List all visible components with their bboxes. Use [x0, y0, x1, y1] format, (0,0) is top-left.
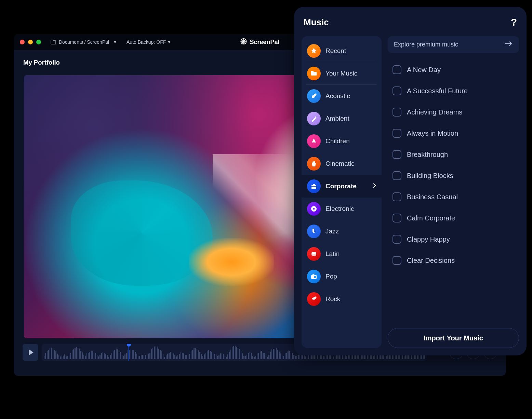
briefcase-icon	[307, 179, 321, 193]
track-checkbox[interactable]	[393, 150, 401, 159]
category-label: Your Music	[325, 70, 357, 77]
category-ambient[interactable]: Ambient	[302, 107, 382, 130]
track-item[interactable]: Clappy Happy	[388, 229, 517, 250]
category-label: Recent	[325, 47, 346, 55]
track-label: Achieving Dreams	[407, 108, 462, 116]
playhead[interactable]	[129, 344, 129, 361]
brand-text: ScreenPal	[250, 39, 279, 46]
window-controls	[20, 40, 41, 44]
import-music-label: Import Your Music	[424, 334, 483, 342]
track-item[interactable]: Calm Corporate	[388, 207, 517, 229]
chevron-down-icon: ▼	[113, 40, 117, 44]
track-label: Building Blocks	[407, 172, 453, 180]
track-label: Always in Motion	[407, 130, 458, 137]
brand-logo: ScreenPal	[240, 38, 279, 46]
track-checkbox[interactable]	[393, 129, 401, 138]
auto-backup-label: Auto Backup:	[127, 39, 155, 45]
breadcrumb[interactable]: Documents / ScreenPal ▼	[51, 39, 117, 45]
music-panel-title: Music	[304, 17, 329, 28]
svg-point-4	[313, 208, 315, 210]
svg-rect-2	[311, 186, 316, 187]
track-checkbox[interactable]	[393, 171, 401, 180]
sax-icon	[307, 225, 321, 238]
aperture-icon	[240, 38, 247, 46]
chevron-down-icon: ▼	[167, 40, 171, 44]
chevron-right-icon	[373, 183, 376, 190]
track-checkbox[interactable]	[393, 235, 401, 244]
disc-icon	[307, 202, 321, 216]
category-label: Cinematic	[325, 160, 354, 167]
track-label: A Successful Future	[407, 87, 468, 95]
category-list: RecentYour MusicAcousticAmbientChildrenC…	[302, 36, 382, 348]
track-label: A New Day	[407, 66, 441, 74]
category-recent[interactable]: Recent	[302, 40, 382, 62]
radio-icon	[307, 270, 321, 283]
guitar-icon	[307, 89, 321, 103]
auto-backup-value: OFF	[156, 39, 166, 45]
category-corporate[interactable]: Corporate	[302, 175, 382, 198]
folder-icon	[307, 67, 321, 80]
star-icon	[307, 44, 321, 58]
track-item[interactable]: Clear Decisions	[388, 250, 517, 271]
category-your-music[interactable]: Your Music	[302, 62, 382, 85]
category-label: Rock	[325, 295, 340, 303]
category-label: Ambient	[325, 115, 349, 122]
track-checkbox[interactable]	[393, 256, 401, 265]
track-checkbox[interactable]	[393, 192, 401, 201]
close-window-button[interactable]	[20, 40, 25, 44]
svg-point-7	[314, 276, 316, 278]
track-item[interactable]: Breakthrough	[388, 144, 517, 165]
breadcrumb-text: Documents / ScreenPal	[59, 39, 109, 45]
category-cinematic[interactable]: Cinematic	[302, 152, 382, 175]
explore-premium-label: Explore premium music	[394, 41, 458, 48]
category-acoustic[interactable]: Acoustic	[302, 85, 382, 107]
track-label: Clappy Happy	[407, 235, 450, 243]
wand-icon	[307, 112, 321, 125]
folder-icon	[51, 40, 56, 44]
maximize-window-button[interactable]	[36, 40, 41, 44]
import-music-button[interactable]: Import Your Music	[388, 328, 519, 348]
track-checkbox[interactable]	[393, 65, 401, 74]
category-label: Latin	[325, 250, 340, 258]
music-panel: Music ? RecentYour MusicAcousticAmbientC…	[294, 7, 527, 355]
party-icon	[307, 134, 321, 148]
minimize-window-button[interactable]	[28, 40, 33, 44]
play-icon	[29, 349, 34, 355]
help-button[interactable]: ?	[511, 16, 517, 28]
arrow-right-icon	[505, 41, 513, 48]
category-label: Children	[325, 137, 350, 145]
category-jazz[interactable]: Jazz	[302, 220, 382, 243]
track-item[interactable]: Building Blocks	[388, 165, 517, 186]
track-label: Business Casual	[407, 193, 458, 201]
track-item[interactable]: A Successful Future	[388, 80, 517, 102]
category-electronic[interactable]: Electronic	[302, 198, 382, 220]
track-label: Clear Decisions	[407, 257, 455, 265]
category-label: Acoustic	[325, 92, 350, 100]
category-label: Electronic	[325, 205, 354, 213]
category-label: Pop	[325, 273, 337, 280]
track-label: Calm Corporate	[407, 214, 455, 222]
popcorn-icon	[307, 157, 321, 171]
svg-point-1	[314, 142, 315, 143]
eguitar-icon	[307, 292, 321, 306]
track-checkbox[interactable]	[393, 214, 401, 222]
track-item[interactable]: Achieving Dreams	[388, 102, 517, 123]
track-label: Breakthrough	[407, 151, 448, 159]
category-label: Corporate	[325, 183, 357, 190]
category-pop[interactable]: Pop	[302, 265, 382, 288]
track-checkbox[interactable]	[393, 108, 401, 117]
track-checkbox[interactable]	[393, 86, 401, 95]
drum-icon	[307, 247, 321, 261]
track-list[interactable]: A New DayA Successful FutureAchieving Dr…	[388, 56, 519, 323]
auto-backup-toggle[interactable]: Auto Backup: OFF ▼	[127, 39, 171, 45]
track-item[interactable]: A New Day	[388, 59, 517, 80]
explore-premium-button[interactable]: Explore premium music	[388, 36, 519, 53]
category-rock[interactable]: Rock	[302, 288, 382, 310]
track-item[interactable]: Always in Motion	[388, 123, 517, 144]
category-label: Jazz	[325, 228, 339, 235]
category-children[interactable]: Children	[302, 130, 382, 152]
play-button[interactable]	[23, 344, 38, 361]
track-item[interactable]: Business Casual	[388, 186, 517, 207]
category-latin[interactable]: Latin	[302, 243, 382, 265]
